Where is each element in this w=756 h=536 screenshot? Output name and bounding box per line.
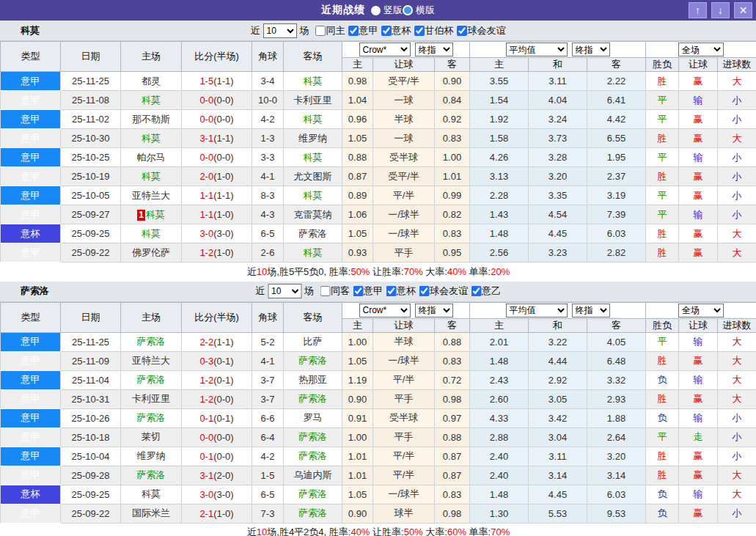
sub-col-header-3: 主 xyxy=(470,58,529,72)
sub-col-header-3: 主 xyxy=(470,318,529,332)
layout-radio-vertical[interactable]: 竖版 xyxy=(371,4,403,17)
recent-count-select[interactable]: 10 xyxy=(263,23,297,38)
halftime-score: (0-0) xyxy=(213,114,233,125)
move-down-button[interactable]: ↓ xyxy=(711,2,730,18)
league-checkbox-3[interactable] xyxy=(457,26,467,36)
away-team-cell: 科莫 xyxy=(284,186,342,205)
titlebar-buttons: ↑↓✕ xyxy=(689,2,752,18)
away-team-cell: 罗马 xyxy=(284,408,342,427)
handicap-line: 平/半 xyxy=(373,370,435,389)
summary-segment: 大率: xyxy=(423,526,447,536)
corner-cell: 7-3 xyxy=(252,504,284,523)
handicap-line: 平/半 xyxy=(373,447,435,466)
euro-home-odds: 1.92 xyxy=(470,110,529,129)
final-index-select-2[interactable]: 终指 xyxy=(572,304,610,317)
move-up-button[interactable]: ↑ xyxy=(689,2,707,18)
home-team-cell: 萨索洛 xyxy=(121,370,182,389)
fulltime-score: 0-0 xyxy=(199,114,213,125)
halftime-score: (3-0) xyxy=(213,228,233,239)
league-filter-2[interactable]: 球会友谊 xyxy=(419,284,468,298)
league-checkbox-3[interactable] xyxy=(471,286,481,296)
handicap-away-odds: 0.95 xyxy=(435,243,470,263)
move-down-icon: ↓ xyxy=(718,4,723,16)
match-scope-select[interactable]: 全场 xyxy=(678,304,724,317)
match-row: 意甲25-11-02那不勒斯0-0(0-0)4-2科莫0.96半球0.921.9… xyxy=(1,110,756,129)
handicap-line: 一球 xyxy=(373,129,435,148)
filter-matches-label: 场 xyxy=(300,24,309,37)
goals-result-label: 大 xyxy=(733,336,742,347)
layout-radio-horizontal[interactable]: 横版 xyxy=(403,4,435,17)
same-venue-filter[interactable]: 同客 xyxy=(320,284,350,298)
league-checkbox-0[interactable] xyxy=(353,286,363,296)
goals-result-label: 小 xyxy=(733,412,742,423)
odds-provider-select[interactable]: Crow* xyxy=(359,43,411,56)
halftime-score: (1-0) xyxy=(213,171,233,182)
odds-provider-select[interactable]: Crow* xyxy=(359,304,411,317)
euro-home-odds: 2.28 xyxy=(470,186,529,205)
league-cell: 意杯 xyxy=(1,485,61,504)
match-row: 意甲25-11-25都灵1-5(1-1)3-4科莫0.98受平/半0.903.5… xyxy=(1,72,756,91)
league-cell: 意甲 xyxy=(1,243,61,263)
radio-icon xyxy=(371,6,381,15)
same-venue-filter[interactable]: 同主 xyxy=(315,24,345,37)
wdl-result: 胜 xyxy=(646,389,679,408)
fulltime-score: 1-2 xyxy=(199,247,213,258)
league-cell: 意甲 xyxy=(1,148,61,167)
league-filter-2[interactable]: 甘伯杯 xyxy=(414,24,454,37)
fulltime-score: 0-0 xyxy=(199,95,213,106)
wdl-result: 胜 xyxy=(646,466,679,485)
league-checkbox-1[interactable] xyxy=(381,26,392,36)
league-filter-0[interactable]: 意甲 xyxy=(353,284,383,298)
handicap-away-odds: 0.82 xyxy=(435,205,470,224)
handicap-line: 半球 xyxy=(373,110,435,129)
average-odds-select[interactable]: 平均值 xyxy=(506,304,568,317)
corner-cell: 10-0 xyxy=(252,91,284,110)
col-header-3: 比分(半场) xyxy=(182,302,252,332)
close-button[interactable]: ✕ xyxy=(734,2,752,18)
euro-away-odds: 6.41 xyxy=(587,91,646,110)
same-venue-checkbox[interactable] xyxy=(320,286,330,296)
league-filter-3[interactable]: 意乙 xyxy=(471,284,501,298)
handicap-line: 受平/半 xyxy=(373,167,435,186)
euro-away-odds: 4.42 xyxy=(587,110,646,129)
handicap-result-label: 输 xyxy=(694,336,703,347)
handicap-away-odds: 0.72 xyxy=(435,370,470,389)
away-team-cell: 萨索洛 xyxy=(284,427,342,447)
league-checkbox-2[interactable] xyxy=(414,26,425,36)
team-label: 比萨 xyxy=(304,336,323,347)
sub-col-header-7: 让球 xyxy=(679,318,718,332)
score-cell: 0-1(0-0) xyxy=(182,447,252,466)
recent-count-select[interactable]: 10 xyxy=(268,284,301,298)
league-filter-0[interactable]: 意甲 xyxy=(348,24,378,37)
home-team-cell: 科莫 xyxy=(121,485,182,504)
league-cell: 意甲 xyxy=(1,91,61,110)
sub-col-header-8: 进球数 xyxy=(718,318,756,332)
goals-result: 小 xyxy=(718,186,756,205)
average-odds-select[interactable]: 平均值 xyxy=(506,43,568,56)
home-team-cell: 科莫 xyxy=(121,91,182,110)
euro-home-odds: 2.01 xyxy=(470,332,529,351)
euro-home-odds: 1.48 xyxy=(470,224,529,243)
same-venue-checkbox[interactable] xyxy=(315,26,326,36)
match-scope-select[interactable]: 全场 xyxy=(678,43,724,56)
euro-home-odds: 1.48 xyxy=(470,351,529,370)
league-filter-3[interactable]: 球会友谊 xyxy=(457,24,506,37)
final-index-select[interactable]: 终指 xyxy=(415,43,453,56)
same-venue-label: 同客 xyxy=(331,284,350,298)
league-checkbox-0[interactable] xyxy=(348,26,359,36)
same-venue-label: 同主 xyxy=(326,24,345,37)
col-header-4: 角球 xyxy=(252,302,284,332)
euro-away-odds: 6.03 xyxy=(587,224,646,243)
euro-draw-odds: 3.11 xyxy=(529,447,587,466)
league-filter-1[interactable]: 意杯 xyxy=(386,284,416,298)
final-index-select[interactable]: 终指 xyxy=(415,304,453,317)
fulltime-score: 2-1 xyxy=(199,508,213,519)
euro-away-odds: 6.55 xyxy=(587,129,646,148)
handicap-result-label: 赢 xyxy=(694,507,703,518)
final-index-select-2[interactable]: 终指 xyxy=(572,43,610,56)
summary-segment: 单率: xyxy=(466,526,491,536)
league-filter-1[interactable]: 意杯 xyxy=(381,24,411,37)
league-checkbox-2[interactable] xyxy=(419,286,429,296)
league-checkbox-1[interactable] xyxy=(386,286,396,296)
fulltime-score: 1-2 xyxy=(199,375,213,386)
